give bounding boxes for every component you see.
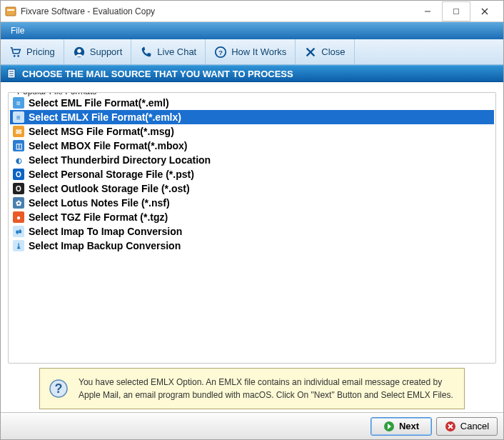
file-format-item-label: Select Lotus Notes File (*.nsf): [29, 197, 170, 209]
maximize-button[interactable]: [442, 1, 470, 21]
outlook-pst-icon: O: [13, 169, 24, 180]
toolbar-support-label: Support: [90, 46, 123, 57]
svg-text:O: O: [16, 185, 21, 193]
imap-sync-icon: ⇄: [13, 226, 24, 237]
file-format-item-label: Select Imap To Imap Conversion: [29, 226, 182, 237]
file-format-item[interactable]: ◐Select Thunderbird Directory Location: [10, 153, 494, 167]
file-format-item-label: Select Thunderbird Directory Location: [29, 154, 211, 166]
group-legend: Popular File Formats: [14, 92, 99, 96]
thunderbird-icon: ◐: [13, 154, 24, 166]
file-format-item[interactable]: ◫Select MBOX File Format(*.mbox): [10, 139, 494, 153]
file-format-item[interactable]: OSelect Outlook Storage File (*.ost): [10, 181, 494, 196]
file-format-item-label: Select TGZ File Format (*.tgz): [29, 211, 168, 223]
toolbar-howitworks-label: How It Works: [231, 46, 286, 57]
file-formats-group: Popular File Formats ≡Select EML File Fo…: [8, 92, 496, 364]
file-eml-icon: ≡: [13, 97, 24, 109]
svg-text:⇄: ⇄: [16, 228, 22, 236]
svg-text:◐: ◐: [16, 156, 22, 164]
toolbar-livechat-label: Live Chat: [157, 46, 196, 57]
svg-text:?: ?: [55, 381, 63, 396]
file-msg-icon: ✉: [13, 126, 24, 137]
cart-icon: [9, 46, 22, 59]
app-icon: [5, 6, 16, 17]
menu-bar: File: [1, 22, 503, 39]
footer: Next Cancel: [1, 412, 503, 439]
svg-text:≡: ≡: [16, 99, 21, 107]
section-header: CHOOSE THE MAIL SOURCE THAT YOU WANT TO …: [1, 65, 503, 82]
toolbar-livechat-button[interactable]: Live Chat: [131, 39, 206, 64]
file-format-item[interactable]: ≡Select EML File Format(*.eml): [10, 96, 494, 110]
svg-text:O: O: [16, 171, 21, 179]
svg-text:≡: ≡: [16, 114, 21, 121]
file-format-list: ≡Select EML File Format(*.eml)≡Select EM…: [10, 96, 494, 253]
svg-rect-0: [6, 7, 16, 16]
file-format-item-label: Select EML File Format(*.eml): [29, 97, 169, 109]
question-icon: ?: [214, 46, 227, 59]
outlook-ost-icon: O: [13, 183, 24, 194]
window-controls: [413, 1, 499, 21]
svg-text:⤓: ⤓: [16, 242, 21, 250]
toolbar-pricing-label: Pricing: [26, 46, 55, 57]
file-format-item-label: Select MBOX File Format(*.mbox): [29, 140, 187, 151]
next-icon: [383, 421, 395, 432]
file-format-item[interactable]: ⤓Select Imap Backup Conversion: [10, 239, 494, 253]
imap-backup-icon: ⤓: [13, 240, 24, 251]
file-format-item[interactable]: ●Select TGZ File Format (*.tgz): [10, 210, 494, 224]
lotus-notes-icon: ✿: [13, 197, 24, 209]
cancel-icon: [445, 421, 456, 432]
close-window-button[interactable]: [470, 1, 499, 21]
minimize-button[interactable]: [413, 1, 442, 21]
file-format-item[interactable]: ✿Select Lotus Notes File (*.nsf): [10, 196, 494, 210]
info-icon: ?: [49, 379, 69, 399]
toolbar-howitworks-button[interactable]: ? How It Works: [206, 39, 296, 64]
toolbar-pricing-button[interactable]: Pricing: [1, 39, 64, 64]
file-format-item-label: Select MSG File Format(*.msg): [29, 126, 174, 137]
title-bar: Fixvare Software - Evaluation Copy: [1, 1, 503, 22]
file-mbox-icon: ◫: [13, 140, 24, 151]
file-format-item-label: Select Outlook Storage File (*.ost): [29, 183, 190, 194]
file-format-item[interactable]: OSelect Personal Storage File (*.pst): [10, 167, 494, 181]
file-format-item-label: Select Imap Backup Conversion: [29, 240, 181, 251]
toolbar-close-label: Close: [321, 46, 345, 57]
svg-text:?: ?: [218, 48, 223, 56]
toolbar-close-button[interactable]: Close: [296, 39, 354, 64]
phone-icon: [140, 46, 153, 59]
close-icon: [304, 46, 317, 59]
toolbar-support-button[interactable]: Support: [64, 39, 132, 64]
svg-rect-1: [7, 9, 14, 11]
file-format-item[interactable]: ≡Select EMLX File Format(*.emlx): [10, 110, 494, 124]
menu-file[interactable]: File: [5, 24, 30, 38]
headset-icon: [73, 46, 86, 59]
next-button[interactable]: Next: [371, 417, 432, 436]
file-emlx-icon: ≡: [13, 111, 24, 123]
section-title: CHOOSE THE MAIL SOURCE THAT YOU WANT TO …: [22, 69, 293, 79]
document-icon: [6, 69, 16, 79]
svg-rect-3: [454, 9, 459, 14]
file-format-item[interactable]: ✉Select MSG File Format(*.msg): [10, 124, 494, 139]
svg-point-6: [14, 55, 16, 57]
main-content: Popular File Formats ≡Select EML File Fo…: [1, 82, 503, 412]
svg-text:●: ●: [16, 214, 21, 221]
svg-text:◫: ◫: [16, 142, 22, 150]
info-panel: ? You have selected EMLX Option. An EMLX…: [39, 368, 465, 409]
cancel-button[interactable]: Cancel: [436, 417, 498, 436]
toolbar: Pricing Support Live Chat ? How It Works…: [1, 39, 503, 65]
svg-point-7: [17, 55, 19, 57]
svg-text:✉: ✉: [16, 128, 21, 136]
file-format-item[interactable]: ⇄Select Imap To Imap Conversion: [10, 224, 494, 239]
tgz-icon: ●: [13, 211, 24, 223]
svg-point-9: [77, 49, 81, 52]
cancel-button-label: Cancel: [460, 421, 489, 431]
file-format-item-label: Select Personal Storage File (*.pst): [29, 169, 194, 180]
svg-text:✿: ✿: [16, 199, 22, 207]
info-text: You have selected EMLX Option. An EMLX f…: [79, 376, 455, 401]
next-button-label: Next: [399, 421, 419, 431]
window-title: Fixvare Software - Evaluation Copy: [21, 6, 413, 16]
file-format-item-label: Select EMLX File Format(*.emlx): [29, 111, 181, 123]
